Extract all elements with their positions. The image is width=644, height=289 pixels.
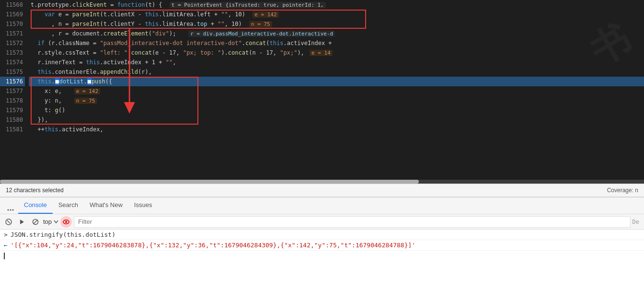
menu-dots-icon <box>7 206 14 214</box>
code-line-11574: r.innerText = this.activeIndex + 1 + "", <box>29 58 644 67</box>
tab-console-label: Console <box>24 201 47 208</box>
devtools-menu-icon[interactable] <box>3 206 18 214</box>
line-num-11569: 11569 <box>0 10 25 19</box>
caret-line <box>0 251 644 261</box>
output-prompt: ← <box>4 242 8 249</box>
code-line-11575: this.containerEle.appendChild(r), <box>29 67 644 77</box>
block-button[interactable] <box>30 216 41 228</box>
console-output-text: '[{"x":104,"y":24,"t":1679046283878},{"x… <box>11 242 415 249</box>
code-line-11568: t.prototype.clickEvent = function(t) { t… <box>29 0 644 10</box>
status-text: 12 characters selected <box>6 187 64 194</box>
block-icon <box>32 219 39 225</box>
console-input-text: JSON.stringify(this.dotList) <box>11 231 115 238</box>
code-line-11578: y: n, n = 75 <box>29 96 644 105</box>
clear-icon <box>5 219 12 225</box>
svg-line-5 <box>7 220 10 223</box>
console-toolbar: top De <box>0 214 644 230</box>
line-num-11579: 11579 <box>0 105 25 115</box>
line-num-11575: 11575 <box>0 67 25 77</box>
input-prompt: > <box>4 231 8 238</box>
filter-input[interactable] <box>74 216 630 228</box>
svg-marker-6 <box>20 220 24 224</box>
line-num-11580: 11580 <box>0 115 25 125</box>
line-num-11574: 11574 <box>0 58 25 67</box>
console-output-line: ← '[{"x":104,"y":24,"t":1679046283878},{… <box>0 240 644 251</box>
tab-issues-label: Issues <box>134 201 152 208</box>
text-caret <box>4 253 5 259</box>
line-num-11581: 11581 <box>0 125 25 134</box>
tab-whats-new[interactable]: What's New <box>84 197 128 214</box>
line-num-11570: 11570 <box>0 19 25 29</box>
eye-button[interactable] <box>60 216 72 228</box>
tab-issues[interactable]: Issues <box>128 197 158 214</box>
code-line-11580: }), <box>29 115 644 125</box>
line-num-11573: 11573 <box>0 48 25 58</box>
context-label: top <box>43 218 52 225</box>
status-bar: 12 characters selected Coverage: n <box>0 184 644 197</box>
console-output: > JSON.stringify(this.dotList) ← '[{"x":… <box>0 230 644 289</box>
code-editor: 11568 11569 11570 11571 11572 11573 1157… <box>0 0 644 180</box>
tab-console[interactable]: Console <box>18 197 53 214</box>
devtools-panel: Console Search What's New Issues <box>0 197 644 289</box>
svg-point-3 <box>12 209 14 211</box>
line-num-11578: 11578 <box>0 96 25 105</box>
chevron-down-icon <box>54 220 58 224</box>
line-num-11572: 11572 <box>0 38 25 48</box>
code-line-11579: t: g() <box>29 105 644 115</box>
devtools-tabs: Console Search What's New Issues <box>0 197 644 214</box>
context-selector[interactable]: top <box>43 218 58 225</box>
code-line-11569: var e = parseInt(t.clientX - this.limitA… <box>29 10 644 19</box>
coverage-text: Coverage: n <box>607 187 638 194</box>
code-line-11581: ++this.activeIndex, <box>29 125 644 134</box>
svg-line-8 <box>34 220 37 224</box>
line-num-11576: 11576 <box>0 77 25 86</box>
line-numbers: 11568 11569 11570 11571 11572 11573 1157… <box>0 0 29 180</box>
code-line-11576: this.■dotList.■push({ <box>29 77 644 86</box>
scrollbar-thumb[interactable] <box>0 180 419 184</box>
code-content: t.prototype.clickEvent = function(t) { t… <box>29 0 644 180</box>
line-num-11568: 11568 <box>0 0 25 10</box>
line-num-11571: 11571 <box>0 29 25 38</box>
code-line-11572: if (r.className = "passMod_interactive-d… <box>29 38 644 48</box>
svg-point-10 <box>65 221 67 223</box>
code-line-11577: x: e, e = 142 <box>29 86 644 96</box>
code-line-11570: , n = parseInt(t.clientY - this.limitAre… <box>29 19 644 29</box>
tab-whats-new-label: What's New <box>90 201 123 208</box>
svg-point-2 <box>10 209 12 211</box>
code-line-11571: , r = document.createElement("div"); r =… <box>29 29 644 38</box>
tab-search-label: Search <box>58 201 78 208</box>
toolbar-right-label: De <box>632 219 641 225</box>
run-button[interactable] <box>16 216 28 228</box>
code-line-11573: r.style.cssText = "left: ".concat(e - 17… <box>29 48 644 58</box>
eye-icon <box>63 219 69 225</box>
horizontal-scrollbar[interactable] <box>0 180 644 184</box>
svg-point-1 <box>8 209 9 211</box>
clear-console-button[interactable] <box>3 216 14 228</box>
play-icon <box>19 219 25 225</box>
tab-search[interactable]: Search <box>53 197 84 214</box>
console-input-line: > JSON.stringify(this.dotList) <box>0 230 644 240</box>
line-num-11577: 11577 <box>0 86 25 96</box>
